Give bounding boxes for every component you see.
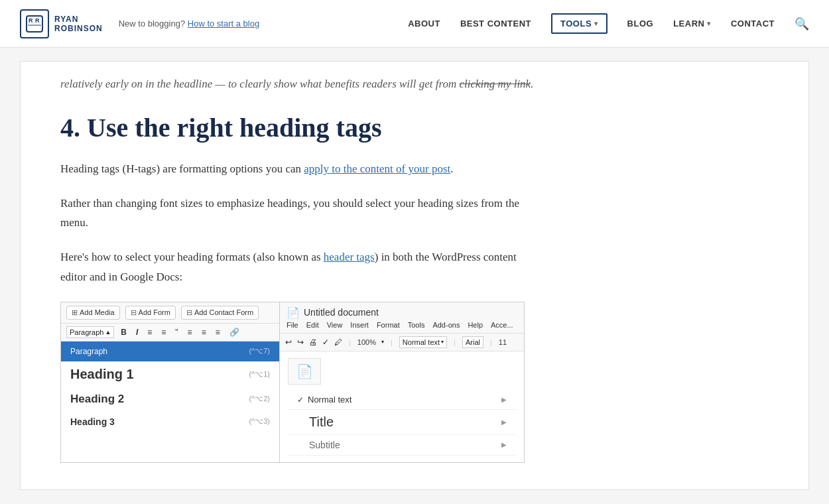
svg-text:R: R <box>35 17 40 24</box>
gdocs-undo-icon[interactable]: ↩ <box>285 338 292 347</box>
logo-link[interactable]: R R RYAN ROBINSON <box>20 9 103 38</box>
page-wrapper: R R RYAN ROBINSON New to blogging? How t… <box>0 0 829 504</box>
para-1: Heading tags (H-tags) are formatting opt… <box>60 159 538 179</box>
subtitle-arrow: ▶ <box>501 441 507 448</box>
wp-heading3-option[interactable]: Heading 3 (^⌥3) <box>61 411 279 432</box>
wp-editor-panel: ⊞ Add Media ⊟ Add Form ⊟ Add Contact For… <box>61 302 280 462</box>
apply-content-link[interactable]: apply to the content of your post <box>304 162 450 175</box>
nav-tools[interactable]: TOOLS ▾ <box>551 13 607 34</box>
nav-blog[interactable]: BLOG <box>627 19 654 29</box>
wp-format-toolbar: Paragraph ▲ B I ≡ ≡ " ≡ ≡ ≡ 🔗 <box>61 324 279 342</box>
section-heading: 4. Use the right heading tags <box>60 113 769 143</box>
gdocs-font-dropdown[interactable]: Arial <box>462 336 483 348</box>
gdocs-divider3: | <box>454 338 456 346</box>
ol-button[interactable]: ≡ <box>159 327 168 338</box>
gdocs-title-option[interactable]: Title ▶ <box>288 410 516 435</box>
nav-about[interactable]: ABOUT <box>408 19 440 29</box>
gdocs-menu-format[interactable]: Format <box>377 321 400 329</box>
gdocs-divider2: | <box>391 338 393 346</box>
gdocs-redo-icon[interactable]: ↪ <box>297 338 304 347</box>
gdocs-style-dropdown[interactable]: Normal text ▾ <box>399 336 447 348</box>
gdocs-menu-tools[interactable]: Tools <box>408 321 425 329</box>
add-media-button[interactable]: ⊞ Add Media <box>66 306 120 320</box>
search-icon[interactable]: 🔍 <box>795 17 809 31</box>
nav-bar: R R RYAN ROBINSON New to blogging? How t… <box>0 0 829 48</box>
intro-partial-text: relatively early on in the headline — to… <box>60 75 769 94</box>
add-contact-form-button[interactable]: ⊟ Add Contact Form <box>181 306 259 320</box>
gdocs-menu-insert[interactable]: Insert <box>350 321 369 329</box>
gdocs-zoom-arrow: ▾ <box>381 339 384 345</box>
gdocs-font-size[interactable]: 11 <box>499 338 507 346</box>
tools-arrow-icon: ▾ <box>594 20 598 27</box>
align-center-button[interactable]: ≡ <box>199 327 209 338</box>
logo-text: RYAN ROBINSON <box>54 15 103 33</box>
wp-heading1-option[interactable]: Heading 1 (^⌥1) <box>61 361 279 387</box>
align-left-button[interactable]: ≡ <box>185 327 195 338</box>
gdocs-print-icon[interactable]: 🖨 <box>309 338 317 347</box>
normal-text-arrow: ▶ <box>501 396 507 403</box>
start-blog-link[interactable]: How to start a blog <box>188 19 259 29</box>
gdocs-menu-help[interactable]: Help <box>468 321 483 329</box>
gdocs-paint-icon[interactable]: 🖊 <box>334 338 342 347</box>
svg-text:R: R <box>29 17 33 24</box>
content-area: relatively early on in the headline — to… <box>20 61 809 490</box>
gdocs-format-dropdown: ✓Normal text ▶ Title ▶ Subtitle ▶ <box>288 390 516 456</box>
learn-arrow-icon: ▾ <box>707 20 711 27</box>
wp-dropdown-menu: Paragraph (^⌥7) Heading 1 (^⌥1) Heading … <box>61 342 279 432</box>
tagline: New to blogging? How to start a blog <box>119 19 259 29</box>
screenshot-mockup: ⊞ Add Media ⊟ Add Form ⊟ Add Contact For… <box>60 302 525 463</box>
gdocs-editor-panel: 📄 Untitled document File Edit View Inser… <box>280 302 524 462</box>
paragraph-dropdown-arrow: ▲ <box>105 329 111 336</box>
gdocs-menu-file[interactable]: File <box>287 321 298 329</box>
gdocs-menu-edit[interactable]: Edit <box>306 321 319 329</box>
quote-button[interactable]: " <box>172 327 180 338</box>
gdocs-menu-addons[interactable]: Add-ons <box>432 321 460 329</box>
header-tags-link[interactable]: header tags <box>324 251 375 263</box>
gdocs-menu-acce[interactable]: Acce... <box>491 321 513 329</box>
gdocs-menu-row: File Edit View Insert Format Tools Add-o… <box>287 321 517 329</box>
link-button[interactable]: 🔗 <box>227 327 242 338</box>
check-icon: ✓ <box>297 395 304 405</box>
gdocs-spellcheck-icon[interactable]: ✓ <box>322 338 329 347</box>
nav-left: R R RYAN ROBINSON New to blogging? How t… <box>20 9 259 38</box>
gdocs-divider: | <box>349 338 351 346</box>
nav-contact[interactable]: CONTACT <box>731 19 775 29</box>
logo-icon: R R <box>20 9 49 38</box>
clicking-link[interactable]: clicking my link <box>460 78 531 90</box>
gdocs-normal-text-option[interactable]: ✓Normal text ▶ <box>288 390 516 410</box>
gdocs-doc-icon: 📄 <box>287 306 300 319</box>
para-2: Rather than changing font sizes to empha… <box>60 194 538 233</box>
bold-button[interactable]: B <box>118 327 129 338</box>
gdocs-header: 📄 Untitled document File Edit View Inser… <box>280 302 524 334</box>
nav-best-content[interactable]: BEST CONTENT <box>460 19 531 29</box>
wp-heading2-option[interactable]: Heading 2 (^⌥2) <box>61 387 279 411</box>
nav-right: ABOUT BEST CONTENT TOOLS ▾ BLOG LEARN ▾ … <box>408 13 809 34</box>
gdocs-body: 📄 ✓Normal text ▶ Title ▶ Subtitle <box>280 351 524 462</box>
gdocs-style-arrow: ▾ <box>441 339 444 345</box>
gdocs-menu-view[interactable]: View <box>327 321 343 329</box>
gdocs-subtitle-option[interactable]: Subtitle ▶ <box>288 435 516 456</box>
add-form-icon: ⊟ <box>131 308 137 317</box>
add-form-button[interactable]: ⊟ Add Form <box>125 306 176 320</box>
gdocs-title: Untitled document <box>304 307 379 318</box>
gdocs-doc-thumb-icon: 📄 <box>296 363 313 379</box>
paragraph-dropdown[interactable]: Paragraph ▲ <box>66 326 114 338</box>
wp-paragraph-option[interactable]: Paragraph (^⌥7) <box>61 342 279 361</box>
gdocs-zoom[interactable]: 100% <box>357 338 376 346</box>
gdocs-divider4: | <box>490 338 492 346</box>
add-media-icon: ⊞ <box>72 308 78 317</box>
align-right-button[interactable]: ≡ <box>213 327 223 338</box>
ul-button[interactable]: ≡ <box>145 327 155 338</box>
nav-learn[interactable]: LEARN ▾ <box>673 19 711 29</box>
gdocs-doc-thumbnail: 📄 <box>288 358 321 385</box>
italic-button[interactable]: I <box>133 327 141 338</box>
add-contact-form-icon: ⊟ <box>186 308 192 317</box>
title-arrow: ▶ <box>501 418 507 426</box>
gdocs-toolbar: ↩ ↪ 🖨 ✓ 🖊 | 100% ▾ | Normal text ▾ | Ar <box>280 334 524 351</box>
para-3: Here's how to select your heading format… <box>60 247 538 287</box>
wp-toolbar: ⊞ Add Media ⊟ Add Form ⊟ Add Contact For… <box>61 302 279 324</box>
gdocs-title-row: 📄 Untitled document <box>287 306 517 319</box>
